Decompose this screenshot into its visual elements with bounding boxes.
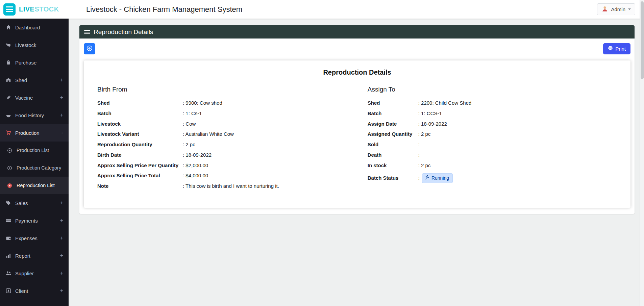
wallet-icon bbox=[5, 235, 11, 241]
expand-plus-icon: + bbox=[60, 95, 63, 101]
print-button-label: Print bbox=[615, 46, 626, 52]
admin-dropdown[interactable]: Admin bbox=[597, 3, 635, 15]
circle-arrow-icon bbox=[7, 148, 13, 153]
cart-icon bbox=[5, 130, 11, 135]
detail-row-birth-date: Birth Date : 18-09-2022 bbox=[97, 152, 360, 158]
person-badge-icon bbox=[5, 288, 11, 294]
collapse-minus-icon: - bbox=[61, 130, 63, 136]
printer-icon bbox=[608, 46, 613, 52]
tag-icon bbox=[5, 200, 11, 206]
arrow-left-circle-icon bbox=[86, 45, 93, 52]
detail-row-livestock: Livestock : Cow bbox=[97, 121, 360, 127]
sidebar-toggle-button[interactable] bbox=[3, 3, 16, 16]
sidebar-item-production[interactable]: Production - bbox=[0, 124, 69, 142]
sidebar-item-payments[interactable]: Payments + bbox=[0, 212, 69, 229]
expand-plus-icon: + bbox=[60, 270, 63, 276]
bar-chart-icon bbox=[5, 253, 11, 258]
user-avatar-icon bbox=[601, 5, 608, 13]
app-logo[interactable]: LIVESTOCK bbox=[19, 5, 59, 13]
page-title: Livestock - Chicken Farm Management Syst… bbox=[86, 5, 597, 14]
purchase-icon bbox=[5, 60, 11, 65]
reproduction-details-panel: Reproduction Details Print Reproduction … bbox=[79, 25, 635, 214]
expand-plus-icon: + bbox=[60, 112, 63, 118]
detail-card: Reproduction Details Birth From Shed : 9… bbox=[84, 60, 630, 208]
detail-row-sold: Sold : bbox=[368, 142, 617, 148]
panel-title: Reproduction Details bbox=[94, 28, 153, 36]
detail-row-assign-shed: Shed : 2200: Child Cow Shed bbox=[368, 100, 617, 106]
expand-plus-icon: + bbox=[60, 235, 63, 241]
panel-header: Reproduction Details bbox=[79, 25, 635, 39]
detail-row-note: Note : This cow is birth and I want to n… bbox=[97, 183, 360, 189]
sidebar-item-client[interactable]: Client + bbox=[0, 282, 69, 300]
detail-row-death: Death : bbox=[368, 152, 617, 158]
scrollbar-thumb[interactable] bbox=[641, 1, 644, 79]
sidebar-item-food-history[interactable]: Food History + bbox=[0, 106, 69, 124]
food-bowl-icon bbox=[5, 112, 11, 118]
credit-card-icon bbox=[5, 218, 11, 223]
sidebar-item-purchase[interactable]: Purchase bbox=[0, 54, 69, 71]
detail-row-batch: Batch : 1: Cs-1 bbox=[97, 110, 360, 117]
user-name: Admin bbox=[611, 6, 625, 12]
home-icon bbox=[5, 25, 11, 30]
detail-row-price-total: Approx Selling Price Total : $4,000.00 bbox=[97, 173, 360, 179]
circle-arrow-icon bbox=[7, 165, 13, 171]
expand-plus-icon: + bbox=[60, 253, 63, 259]
detail-row-shed: Shed : 9900: Cow shed bbox=[97, 100, 360, 106]
runner-icon bbox=[425, 175, 429, 181]
detail-row-livestock-variant: Livestock Variant : Australian White Cow bbox=[97, 131, 360, 137]
list-icon bbox=[84, 30, 90, 34]
brand: LIVESTOCK bbox=[0, 3, 69, 16]
barn-icon bbox=[5, 77, 11, 83]
scrollbar[interactable] bbox=[640, 0, 644, 306]
syringe-icon bbox=[5, 95, 11, 100]
sidebar-item-livestock[interactable]: Livestock bbox=[0, 36, 69, 54]
sidebar-item-production-category[interactable]: Production Category bbox=[0, 159, 69, 177]
logo-stock-text: STOCK bbox=[34, 5, 59, 13]
detail-row-in-stock: In stock : 2 pc bbox=[368, 162, 617, 169]
status-badge-label: Running bbox=[431, 175, 449, 181]
detail-row-batch-status: Batch Status : Running bbox=[368, 173, 617, 183]
expand-plus-icon: + bbox=[60, 77, 63, 83]
sidebar-item-shed[interactable]: Shed + bbox=[0, 71, 69, 89]
sidebar-item-reproduction-list[interactable]: Reproduction List bbox=[0, 177, 69, 194]
main-content: Reproduction Details Print Reproduction … bbox=[69, 19, 644, 306]
toolbar: Print bbox=[84, 43, 630, 54]
users-icon bbox=[5, 271, 11, 276]
circle-arrow-active-icon bbox=[7, 183, 13, 188]
sidebar-item-report[interactable]: Report + bbox=[0, 247, 69, 264]
detail-row-assign-batch: Batch : 1: CCS-1 bbox=[368, 110, 617, 117]
sidebar-item-sales[interactable]: Sales + bbox=[0, 194, 69, 212]
birth-from-section: Birth From Shed : 9900: Cow shed Batch :… bbox=[97, 86, 368, 194]
panel-body: Print Reproduction Details Birth From Sh… bbox=[79, 39, 635, 214]
sidebar-item-supplier[interactable]: Supplier + bbox=[0, 264, 69, 282]
livestock-icon bbox=[5, 42, 11, 48]
card-title: Reproduction Details bbox=[97, 69, 617, 76]
detail-row-reproduction-quantity: Reproduction Quantity : 2 pc bbox=[97, 142, 360, 148]
sidebar-item-dashboard[interactable]: Dashboard bbox=[0, 19, 69, 36]
logo-live-text: LIVE bbox=[19, 5, 34, 13]
assign-to-heading: Assign To bbox=[368, 86, 617, 93]
chevron-down-icon bbox=[628, 8, 631, 10]
expand-plus-icon: + bbox=[60, 218, 63, 224]
detail-row-price-per-quantity: Approx Selling Price Per Quantity : $2,0… bbox=[97, 162, 360, 169]
print-button[interactable]: Print bbox=[603, 43, 630, 54]
status-badge: Running bbox=[422, 173, 453, 183]
detail-row-assign-date: Assign Date : 18-09-2022 bbox=[368, 121, 617, 127]
assign-to-section: Assign To Shed : 2200: Child Cow Shed Ba… bbox=[368, 86, 617, 194]
expand-plus-icon: + bbox=[60, 200, 63, 206]
sidebar-item-production-list[interactable]: Production List bbox=[0, 142, 69, 159]
sidebar-item-expenses[interactable]: Expenses + bbox=[0, 229, 69, 247]
expand-plus-icon: + bbox=[60, 288, 63, 294]
back-button[interactable] bbox=[84, 43, 95, 54]
detail-row-assigned-quantity: Assigned Quantity : 2 pc bbox=[368, 131, 617, 137]
birth-from-heading: Birth From bbox=[97, 86, 360, 93]
sidebar-item-vaccine[interactable]: Vaccine + bbox=[0, 89, 69, 106]
sidebar: Dashboard Livestock Purchase Shed + Vacc… bbox=[0, 19, 69, 306]
top-header: LIVESTOCK Livestock - Chicken Farm Manag… bbox=[0, 0, 644, 19]
